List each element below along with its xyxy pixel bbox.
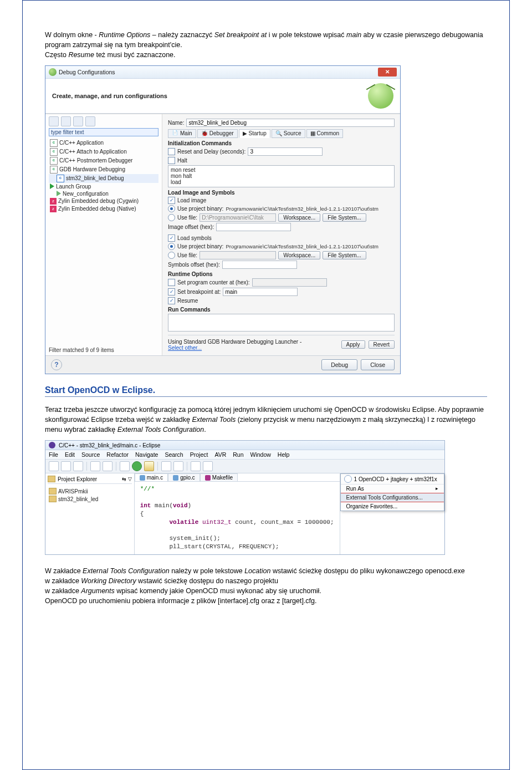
tab-debugger[interactable]: 🐞Debugger — [197, 129, 238, 138]
reset-delay-input[interactable] — [248, 147, 323, 156]
workspace-button-2[interactable]: Workspace... — [278, 251, 320, 259]
section-init-commands: Initialization Commands — [168, 140, 395, 146]
dialog-title: Debug Configurations — [59, 69, 115, 75]
save-icon[interactable] — [61, 461, 71, 471]
image-offset-input[interactable] — [216, 223, 291, 231]
save-all-icon[interactable] — [73, 461, 83, 471]
debug-button[interactable]: Debug — [321, 359, 357, 370]
use-file-input-2 — [200, 251, 276, 259]
name-input[interactable] — [186, 119, 395, 127]
menu-run-as[interactable]: Run As▸ — [341, 485, 444, 493]
tree-stm32-debug[interactable]: cstm32_blink_led Debug — [49, 174, 158, 183]
use-project-binary-radio-2[interactable] — [168, 243, 175, 250]
dropdown-recent-item[interactable]: 1 OpenOCD + jtagkey + stm32f1x — [341, 474, 444, 485]
apply-button[interactable]: Apply — [341, 340, 365, 349]
reset-delay-checkbox[interactable] — [168, 148, 175, 155]
menu-project[interactable]: Project — [190, 451, 208, 458]
delete-icon[interactable] — [73, 116, 83, 126]
open-type-icon[interactable] — [161, 461, 171, 471]
editor-tab-mainc[interactable]: main.c — [135, 473, 168, 481]
menu-search[interactable]: Search — [165, 451, 183, 458]
name-label: Name: — [168, 120, 184, 126]
use-file-radio-2[interactable] — [168, 252, 175, 259]
init-commands-textarea[interactable]: mon reset mon halt load — [168, 165, 395, 187]
eclipse-window: C/C++ - stm32_blink_led/main.c - Eclipse… — [45, 440, 445, 555]
tree-zylin-cygwin[interactable]: zZylin Embedded debug (Cygwin) — [49, 197, 158, 205]
help-icon[interactable]: ? — [51, 359, 62, 370]
project-avr[interactable]: AVRISPmkii — [48, 487, 132, 495]
hammer-icon[interactable] — [103, 461, 112, 471]
external-tools-dropdown: 1 OpenOCD + jtagkey + stm32f1x Run As▸ E… — [340, 473, 444, 511]
run-icon[interactable] — [132, 461, 142, 471]
tree-zylin-native[interactable]: zZylin Embedded debug (Native) — [49, 205, 158, 213]
tree-new-config[interactable]: New_configuration — [49, 190, 158, 197]
tree-gdb-hw[interactable]: cGDB Hardware Debugging — [49, 165, 158, 174]
symbols-offset-input[interactable] — [222, 261, 297, 269]
tab-common[interactable]: ▦Common — [306, 129, 344, 138]
set-pc-input — [252, 278, 327, 287]
menu-run[interactable]: Run — [233, 451, 243, 458]
nav-back-icon[interactable] — [191, 461, 201, 471]
menu-edit[interactable]: Edit — [65, 451, 75, 458]
tree-cpp-attach[interactable]: cC/C++ Attach to Application — [49, 147, 158, 156]
new-config-icon[interactable] — [49, 116, 59, 126]
halt-checkbox[interactable] — [168, 157, 175, 164]
menu-external-tools-config[interactable]: External Tools Configurations... — [341, 493, 444, 502]
tab-source[interactable]: 🔍Source — [272, 129, 305, 138]
window-close-button[interactable]: ✕ — [378, 68, 397, 77]
tree-filter-input[interactable] — [49, 128, 158, 136]
select-other-link[interactable]: Select other... — [168, 345, 202, 351]
config-tree-pane: cC/C++ Application cC/C++ Attach to Appl… — [45, 114, 162, 355]
tree-cpp-postmortem[interactable]: cC/C++ Postmortem Debugger — [49, 156, 158, 165]
use-project-binary-radio-1[interactable] — [168, 205, 175, 212]
run-commands-textarea[interactable] — [168, 314, 395, 332]
tab-startup[interactable]: ▶Startup — [239, 129, 270, 138]
filesystem-button-2[interactable]: File System... — [323, 251, 366, 259]
build-icon[interactable] — [90, 461, 100, 471]
dialog-subtitle: Create, manage, and run configurations — [52, 93, 167, 99]
duplicate-icon[interactable] — [61, 116, 71, 126]
menu-navigate[interactable]: Navigate — [135, 451, 158, 458]
tree-cpp-application[interactable]: cC/C++ Application — [49, 139, 158, 147]
menu-refactor[interactable]: Refactor — [106, 451, 129, 458]
menu-organize-favorites[interactable]: Organize Favorites... — [341, 502, 444, 511]
filesystem-button-1[interactable]: File System... — [323, 213, 366, 222]
external-tools-icon[interactable] — [144, 461, 154, 471]
workspace-button-1[interactable]: Workspace... — [278, 213, 320, 222]
revert-button[interactable]: Revert — [369, 340, 395, 349]
menu-window[interactable]: Window — [250, 451, 270, 458]
menu-help[interactable]: Help — [278, 451, 290, 458]
load-image-checkbox[interactable]: ✓ — [168, 197, 175, 204]
dialog-titlebar: Debug Configurations ✕ — [45, 66, 400, 79]
project-stm32[interactable]: stm32_blink_led — [48, 495, 132, 503]
set-pc-checkbox[interactable] — [168, 279, 175, 286]
breakpoint-input[interactable] — [223, 288, 298, 296]
load-symbols-checkbox[interactable]: ✓ — [168, 234, 175, 242]
folder-icon — [48, 476, 55, 482]
ext-tools-menu-icon — [344, 475, 352, 483]
debug-icon — [49, 68, 57, 76]
collapse-icon[interactable] — [85, 116, 95, 126]
project-explorer-tab[interactable]: Project Explorer — [58, 476, 97, 482]
debug-toolbar-icon[interactable] — [120, 461, 130, 471]
heading-underline — [45, 396, 487, 397]
set-breakpoint-checkbox[interactable]: ✓ — [168, 288, 175, 295]
editor-tab-makefile[interactable]: Makefile — [200, 473, 238, 481]
nav-fwd-icon[interactable] — [203, 461, 213, 471]
editor-tab-gpio[interactable]: gpio.c — [168, 473, 200, 481]
code-editor[interactable]: *//* int main(void) { volatile uint32_t … — [135, 482, 340, 554]
eclipse-toolbar — [45, 460, 444, 473]
close-button[interactable]: Close — [361, 359, 395, 370]
tree-launch-group[interactable]: Launch Group — [49, 183, 158, 190]
menu-source[interactable]: Source — [81, 451, 100, 458]
resume-checkbox[interactable]: ✓ — [168, 297, 175, 304]
new-icon[interactable] — [49, 461, 59, 471]
menu-file[interactable]: File — [49, 451, 58, 458]
eclipse-titlebar: C/C++ - stm32_blink_led/main.c - Eclipse — [45, 441, 444, 450]
eclipse-app-icon — [49, 442, 55, 448]
menu-avr[interactable]: AVR — [214, 451, 226, 458]
use-file-radio-1[interactable] — [168, 214, 175, 221]
search-toolbar-icon[interactable] — [173, 461, 183, 471]
eclipse-menubar: File Edit Source Refactor Navigate Searc… — [45, 450, 444, 460]
tab-main[interactable]: 📄Main — [168, 129, 196, 138]
